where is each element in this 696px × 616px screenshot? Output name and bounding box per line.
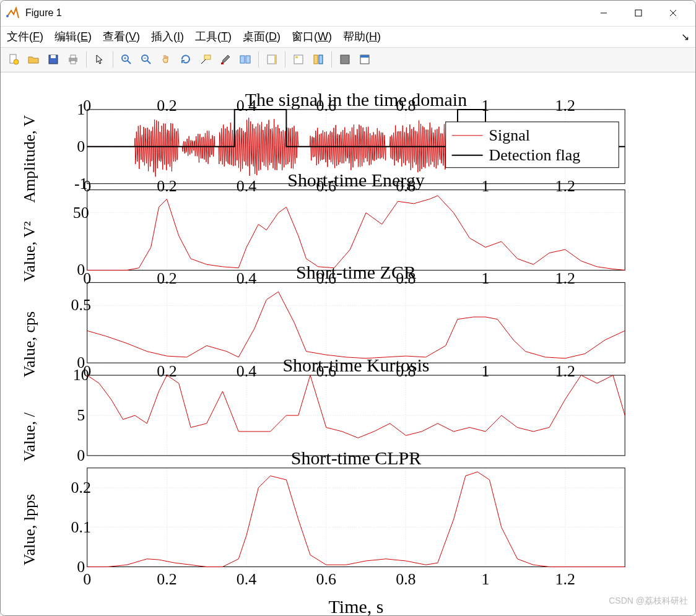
svg-text:0.1: 0.1 bbox=[71, 518, 91, 536]
svg-text:0.2: 0.2 bbox=[157, 362, 176, 380]
svg-text:0.2: 0.2 bbox=[157, 570, 176, 588]
svg-text:Short-time Kurtosis: Short-time Kurtosis bbox=[282, 355, 429, 375]
rotate-button[interactable] bbox=[176, 50, 195, 69]
maximize-button[interactable] bbox=[621, 1, 656, 25]
svg-rect-28 bbox=[314, 55, 318, 64]
svg-text:1: 1 bbox=[482, 269, 490, 287]
svg-text:0: 0 bbox=[83, 570, 91, 588]
menu-help[interactable]: 帮助(H) bbox=[343, 29, 381, 44]
svg-point-0 bbox=[6, 15, 9, 17]
plot-area[interactable]: -10100.20.40.60.811.2The signal in the t… bbox=[1, 72, 695, 615]
link-axes-button[interactable] bbox=[309, 50, 328, 69]
toolbar bbox=[1, 48, 695, 72]
svg-rect-11 bbox=[71, 61, 76, 64]
show-plot-button[interactable] bbox=[355, 50, 374, 69]
svg-text:1.2: 1.2 bbox=[555, 362, 575, 380]
pointer-button[interactable] bbox=[90, 50, 109, 69]
svg-line-20 bbox=[201, 59, 206, 64]
svg-rect-10 bbox=[71, 55, 76, 58]
save-button[interactable] bbox=[44, 50, 63, 69]
link-button[interactable] bbox=[236, 50, 254, 69]
svg-line-17 bbox=[147, 61, 150, 64]
pan-button[interactable] bbox=[157, 50, 175, 69]
svg-text:Value, lpps: Value, lpps bbox=[20, 494, 38, 565]
data-cursor-button[interactable] bbox=[196, 50, 215, 69]
svg-text:0.2: 0.2 bbox=[71, 478, 91, 496]
svg-rect-29 bbox=[319, 55, 323, 64]
svg-line-13 bbox=[128, 61, 131, 64]
menu-edit[interactable]: 编辑(E) bbox=[54, 29, 92, 44]
svg-text:The signal in the time domain: The signal in the time domain bbox=[245, 89, 467, 109]
menu-file[interactable]: 文件(F) bbox=[7, 29, 43, 44]
print-button[interactable] bbox=[64, 50, 82, 69]
svg-text:Value, /: Value, / bbox=[20, 412, 38, 461]
svg-text:0: 0 bbox=[83, 176, 91, 194]
svg-text:0.2: 0.2 bbox=[157, 269, 176, 287]
open-button[interactable] bbox=[24, 50, 43, 69]
svg-text:0.2: 0.2 bbox=[157, 96, 176, 114]
title-bar[interactable]: Figure 1 bbox=[1, 1, 695, 27]
new-file-button[interactable] bbox=[4, 50, 23, 69]
menu-insert[interactable]: 插入(I) bbox=[151, 29, 184, 44]
svg-text:0: 0 bbox=[77, 137, 85, 155]
svg-rect-25 bbox=[274, 55, 276, 64]
svg-text:1.2: 1.2 bbox=[555, 570, 575, 588]
matlab-icon bbox=[6, 6, 20, 20]
dock-icon[interactable]: ↘ bbox=[681, 31, 689, 43]
svg-text:0: 0 bbox=[83, 269, 91, 287]
minimize-button[interactable] bbox=[586, 1, 621, 25]
svg-text:1.2: 1.2 bbox=[555, 96, 575, 114]
svg-text:Signal: Signal bbox=[489, 126, 530, 144]
svg-text:0.4: 0.4 bbox=[237, 176, 256, 194]
svg-text:Short-time CLPR: Short-time CLPR bbox=[291, 447, 421, 467]
svg-text:Detection flag: Detection flag bbox=[489, 145, 581, 163]
svg-text:0: 0 bbox=[83, 96, 91, 114]
svg-rect-32 bbox=[360, 55, 369, 58]
svg-text:1: 1 bbox=[482, 176, 490, 194]
svg-text:0.4: 0.4 bbox=[237, 269, 256, 287]
menu-desktop[interactable]: 桌面(D) bbox=[243, 29, 281, 44]
svg-text:0.6: 0.6 bbox=[316, 570, 336, 588]
svg-text:Amplitude, V: Amplitude, V bbox=[20, 115, 38, 202]
hide-plot-button[interactable] bbox=[336, 50, 354, 69]
brush-button[interactable] bbox=[216, 50, 235, 69]
svg-text:0.8: 0.8 bbox=[396, 570, 415, 588]
close-button[interactable] bbox=[656, 1, 690, 25]
colorbar-button[interactable] bbox=[263, 50, 281, 69]
window-title: Figure 1 bbox=[25, 7, 586, 19]
svg-text:5: 5 bbox=[77, 406, 85, 424]
svg-rect-30 bbox=[341, 55, 349, 64]
svg-rect-27 bbox=[295, 56, 298, 58]
svg-text:0.2: 0.2 bbox=[157, 176, 176, 194]
svg-rect-8 bbox=[51, 55, 56, 58]
svg-text:0.4: 0.4 bbox=[237, 362, 256, 380]
svg-text:Value, cps: Value, cps bbox=[20, 311, 38, 377]
menu-tools[interactable]: 工具(T) bbox=[195, 29, 232, 44]
svg-text:1: 1 bbox=[482, 362, 490, 380]
svg-rect-2 bbox=[635, 10, 642, 16]
svg-text:0.5: 0.5 bbox=[71, 296, 91, 314]
menu-view[interactable]: 查看(V) bbox=[103, 29, 140, 44]
svg-text:Time, s: Time, s bbox=[329, 596, 384, 615]
zoom-in-button[interactable] bbox=[117, 50, 136, 69]
svg-text:0: 0 bbox=[77, 446, 85, 464]
svg-rect-22 bbox=[240, 56, 245, 63]
svg-text:50: 50 bbox=[73, 203, 89, 221]
zoom-out-button[interactable] bbox=[137, 50, 155, 69]
svg-rect-89 bbox=[87, 282, 625, 363]
svg-rect-132 bbox=[87, 467, 625, 566]
window-controls bbox=[586, 1, 690, 25]
watermark: CSDN @荔枝科研社 bbox=[609, 596, 688, 607]
menu-bar: 文件(F) 编辑(E) 查看(V) 插入(I) 工具(T) 桌面(D) 窗口(W… bbox=[1, 27, 695, 48]
svg-text:Value, V²: Value, V² bbox=[20, 221, 38, 282]
svg-text:Short-time Energy: Short-time Energy bbox=[287, 169, 424, 189]
svg-point-6 bbox=[14, 59, 19, 64]
svg-rect-21 bbox=[221, 63, 224, 64]
figure-window: Figure 1 文件(F) 编辑(E) 查看(V) 插入(I) 工具(T) 桌… bbox=[0, 0, 696, 616]
svg-text:1: 1 bbox=[482, 570, 490, 588]
insert-legend-button[interactable] bbox=[289, 50, 308, 69]
svg-rect-19 bbox=[204, 55, 211, 59]
svg-text:1.2: 1.2 bbox=[555, 176, 575, 194]
menu-window[interactable]: 窗口(W) bbox=[292, 29, 332, 44]
svg-text:1.2: 1.2 bbox=[555, 269, 575, 287]
